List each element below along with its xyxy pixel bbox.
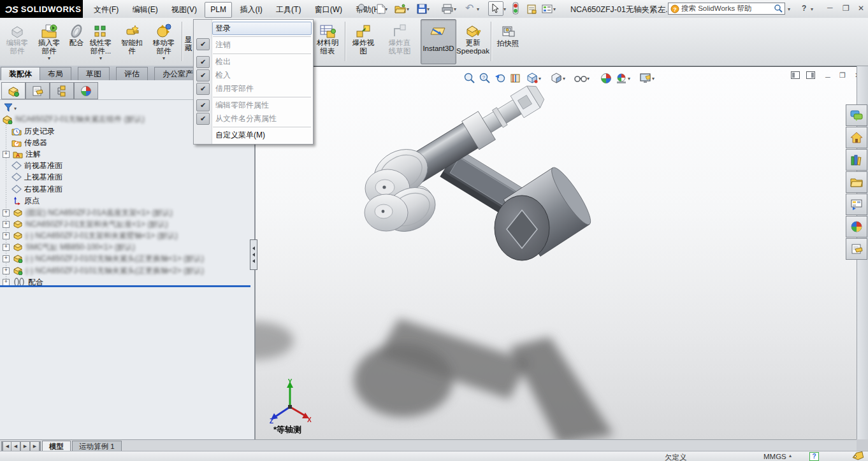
checkbox-checked-icon[interactable]: ✔: [196, 83, 210, 95]
menu-item-borrow-component[interactable]: ✔ 借用零部件: [194, 82, 313, 96]
solidworks-resources-button[interactable]: [846, 104, 867, 126]
graphics-viewport[interactable]: ? ▾ ▾ ▾ ▾ ▾ ─ ❐ ✕ Y Z X *等轴测: [255, 66, 857, 439]
tree-item-subassembly[interactable]: + (-) NCA650ZFJ-0101无轴夹紧头(正更换轴<2> (默认): [3, 265, 204, 276]
view-settings-icon[interactable]: [639, 72, 652, 85]
file-properties-icon[interactable]: [525, 3, 538, 15]
explode-line-sketch-button[interactable]: 爆炸直 线草图: [381, 19, 418, 63]
menu-item-logout[interactable]: ✔ 注销: [194, 38, 313, 52]
zoom-to-fit-icon[interactable]: [463, 72, 476, 85]
expander-icon[interactable]: +: [3, 244, 10, 251]
tree-item-front-plane[interactable]: 前视基准面: [11, 160, 62, 171]
previous-tab-button[interactable]: ◀: [11, 441, 20, 451]
checkbox-checked-icon[interactable]: ✔: [196, 99, 210, 111]
doc-restore-button[interactable]: ❐: [839, 71, 846, 80]
menu-insert[interactable]: 插入(I): [234, 1, 268, 19]
options-caret[interactable]: ▾: [553, 6, 556, 12]
move-component-button[interactable]: 移动零 部件 ▾: [148, 19, 180, 63]
tags-icon[interactable]: [851, 451, 864, 461]
display-style-icon[interactable]: [550, 72, 563, 85]
rebuild-traffic-light-icon[interactable]: [512, 2, 519, 15]
open-document-caret[interactable]: ▾: [407, 6, 409, 12]
collapse-left-pane-button[interactable]: [791, 71, 800, 80]
search-input[interactable]: ? 搜索 SolidWorks 帮助: [668, 3, 785, 15]
filter-caret[interactable]: ▾: [14, 106, 17, 111]
units-caret[interactable]: ▴: [789, 453, 792, 458]
tree-item-sensors[interactable]: 传感器: [11, 137, 47, 148]
hide-show-items-caret[interactable]: ▾: [587, 76, 590, 82]
expander-icon[interactable]: +: [3, 255, 10, 262]
search-caret[interactable]: ▾: [788, 6, 790, 12]
section-view-icon[interactable]: [509, 72, 522, 85]
tree-item-right-plane[interactable]: 右视基准面: [11, 183, 62, 195]
expander-icon[interactable]: +: [3, 151, 10, 158]
edit-appearance-icon[interactable]: [600, 72, 612, 85]
expander-icon[interactable]: +: [3, 209, 10, 216]
view-palette-button[interactable]: [846, 194, 867, 215]
menu-view[interactable]: 视图(V): [166, 1, 203, 19]
show-hidden-components-button-clipped[interactable]: 显 藏: [184, 19, 193, 63]
apply-scene-icon[interactable]: [615, 72, 628, 85]
smart-fasteners-button[interactable]: 智能扣 件: [117, 19, 147, 63]
view-orientation-icon[interactable]: [526, 72, 539, 85]
undo-icon[interactable]: ↶: [465, 2, 474, 14]
tree-item-origin[interactable]: 原点: [11, 195, 40, 206]
expander-icon[interactable]: +: [3, 267, 10, 274]
units-selector[interactable]: MMGS: [763, 453, 786, 460]
cad-model-canvas[interactable]: [256, 67, 857, 439]
quick-tips-button[interactable]: ?: [809, 452, 819, 461]
menu-tools[interactable]: 工具(T): [270, 1, 307, 19]
menu-window[interactable]: 窗口(W): [309, 1, 348, 19]
menu-pin-icon[interactable]: [357, 3, 367, 13]
checkbox-checked-icon[interactable]: ✔: [196, 69, 210, 82]
custom-properties-button[interactable]: [846, 238, 867, 260]
design-library-button[interactable]: [846, 149, 867, 171]
expander-icon[interactable]: +: [3, 221, 10, 228]
tree-item-top-plane[interactable]: 上视基准面: [11, 171, 62, 183]
move-component-caret[interactable]: ▾: [148, 55, 180, 61]
undo-caret[interactable]: ▾: [477, 6, 479, 12]
tree-item-component[interactable]: + NCA650ZFJ-01支架和夹气缸座<1> (默认): [3, 218, 168, 230]
print-caret[interactable]: ▾: [454, 6, 456, 12]
new-document-caret[interactable]: ▾: [385, 6, 387, 12]
expander-icon[interactable]: +: [3, 279, 10, 286]
exploded-view-button[interactable]: 爆炸视 图: [347, 19, 380, 63]
apply-scene-caret[interactable]: ▾: [628, 76, 630, 82]
minimize-button[interactable]: ─: [823, 3, 837, 12]
collapse-right-pane-button[interactable]: [806, 71, 815, 80]
tree-item-subassembly[interactable]: + (-) NCA650ZFJ-0102无轴夹紧头(正更换轴<1> (默认): [3, 253, 204, 264]
view-orientation-caret[interactable]: ▾: [539, 76, 541, 82]
take-snapshot-button[interactable]: 拍快照: [493, 19, 523, 63]
options-icon[interactable]: [540, 3, 553, 15]
displaymanager-tab[interactable]: [74, 82, 98, 99]
next-tab-button[interactable]: ▶: [20, 441, 30, 451]
tree-root-assembly[interactable]: NCA650ZFJ-01无轴夹紧左组件 (默认): [2, 113, 145, 125]
linear-component-pattern-button[interactable]: 线性零 部件... ▾: [85, 19, 116, 63]
restore-button[interactable]: ❐: [839, 4, 853, 13]
menu-item-checkin[interactable]: ✔ 检入: [194, 69, 313, 82]
checkbox-checked-icon[interactable]: ✔: [196, 113, 210, 125]
rollback-bar[interactable]: [0, 285, 250, 287]
previous-view-icon[interactable]: [494, 72, 507, 85]
menu-plm[interactable]: PLM: [205, 2, 232, 18]
open-document-icon[interactable]: [394, 3, 407, 15]
tab-assembly[interactable]: 装配体: [1, 67, 40, 81]
appearances-scenes-button[interactable]: [846, 216, 867, 238]
bill-of-materials-button[interactable]: 材料明 细表: [312, 19, 344, 63]
insert-component-button[interactable]: 插入零 部件 ▾: [34, 19, 64, 63]
panel-collapse-handle[interactable]: [250, 239, 257, 270]
tab-evaluate[interactable]: 评估: [116, 67, 148, 80]
mate-button[interactable]: 配合: [65, 19, 88, 63]
select-tool-caret[interactable]: ▾: [503, 6, 506, 12]
file-explorer-button[interactable]: [846, 171, 867, 193]
save-caret[interactable]: ▾: [427, 6, 430, 12]
linear-pattern-caret[interactable]: ▾: [85, 55, 116, 61]
instant3d-button[interactable]: Instant3D: [421, 19, 456, 64]
tab-sketch[interactable]: 草图: [78, 67, 110, 80]
help-caret[interactable]: ▾: [811, 6, 813, 12]
display-style-caret[interactable]: ▾: [563, 76, 565, 82]
menu-item-split-properties-from-filename[interactable]: ✔ 从文件名分离属性: [194, 112, 313, 125]
menu-item-login[interactable]: 登录: [194, 22, 313, 35]
menu-item-edit-component-properties[interactable]: ✔ 编辑零部件属性: [194, 99, 313, 112]
hide-show-items-icon[interactable]: [574, 72, 587, 85]
tab-layout[interactable]: 布局: [40, 67, 71, 80]
